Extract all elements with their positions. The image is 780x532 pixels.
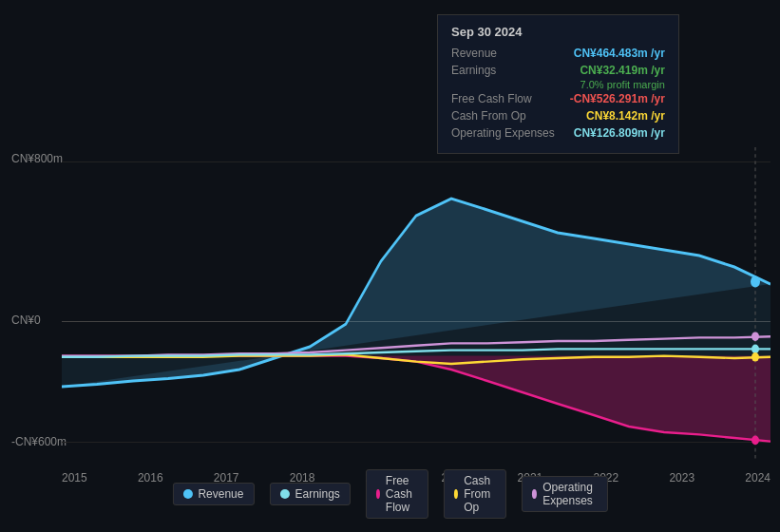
tooltip-cashfromop-row: Cash From Op CN¥8.142m /yr <box>451 109 665 123</box>
tooltip-earnings-label: Earnings <box>451 64 496 77</box>
tooltip-opex-row: Operating Expenses CN¥126.809m /yr <box>451 126 665 140</box>
legend-dot-revenue <box>182 489 192 499</box>
legend-item-earnings[interactable]: Earnings <box>269 483 350 505</box>
chart-svg <box>62 147 770 461</box>
tooltip-revenue-row: Revenue CN¥464.483m /yr <box>451 47 665 60</box>
legend: Revenue Earnings Free Cash Flow Cash Fro… <box>172 469 607 519</box>
tooltip-profit-margin: 7.0% profit margin <box>451 79 665 90</box>
y-axis-bot: -CN¥600m <box>11 435 67 448</box>
legend-label-earnings: Earnings <box>295 487 339 501</box>
svg-point-5 <box>751 436 759 446</box>
legend-dot-fcf <box>376 489 380 499</box>
tooltip-earnings-value: CN¥32.419m /yr <box>580 64 664 77</box>
legend-item-cashfromop[interactable]: Cash From Op <box>444 469 506 519</box>
legend-item-opex[interactable]: Operating Expenses <box>522 476 608 512</box>
y-axis-top: CN¥800m <box>11 152 63 165</box>
legend-dot-cashfromop <box>454 489 458 499</box>
tooltip-revenue-value: CN¥464.483m /yr <box>574 47 665 60</box>
x-label-2024: 2024 <box>745 471 770 484</box>
tooltip: Sep 30 2024 Revenue CN¥464.483m /yr Earn… <box>437 14 679 154</box>
tooltip-fcf-value: -CN¥526.291m /yr <box>570 92 665 105</box>
legend-dot-opex <box>532 489 537 499</box>
legend-label-fcf: Free Cash Flow <box>386 474 418 514</box>
x-label-2015: 2015 <box>62 471 87 484</box>
tooltip-cashfromop-value: CN¥8.142m /yr <box>586 109 665 123</box>
legend-label-cashfromop: Cash From Op <box>464 474 496 514</box>
tooltip-earnings-row: Earnings CN¥32.419m /yr <box>451 64 665 77</box>
y-axis-mid: CN¥0 <box>11 314 41 327</box>
svg-point-4 <box>751 345 759 354</box>
tooltip-revenue-label: Revenue <box>451 47 497 60</box>
tooltip-opex-label: Operating Expenses <box>451 126 555 140</box>
tooltip-opex-value: CN¥126.809m /yr <box>574 126 665 140</box>
legend-label-opex: Operating Expenses <box>542 481 597 507</box>
chart-container: Sep 30 2024 Revenue CN¥464.483m /yr Earn… <box>0 0 780 532</box>
svg-point-3 <box>751 276 760 288</box>
svg-point-7 <box>751 332 759 341</box>
tooltip-fcf-label: Free Cash Flow <box>451 92 532 105</box>
legend-item-fcf[interactable]: Free Cash Flow <box>366 469 428 519</box>
tooltip-fcf-row: Free Cash Flow -CN¥526.291m /yr <box>451 92 665 105</box>
legend-item-revenue[interactable]: Revenue <box>172 483 254 505</box>
svg-point-6 <box>751 352 759 362</box>
legend-dot-earnings <box>279 489 289 499</box>
legend-label-revenue: Revenue <box>198 487 243 501</box>
x-label-2016: 2016 <box>138 471 163 484</box>
x-label-2023: 2023 <box>669 471 694 484</box>
tooltip-cashfromop-label: Cash From Op <box>451 109 526 123</box>
tooltip-date: Sep 30 2024 <box>451 25 665 39</box>
